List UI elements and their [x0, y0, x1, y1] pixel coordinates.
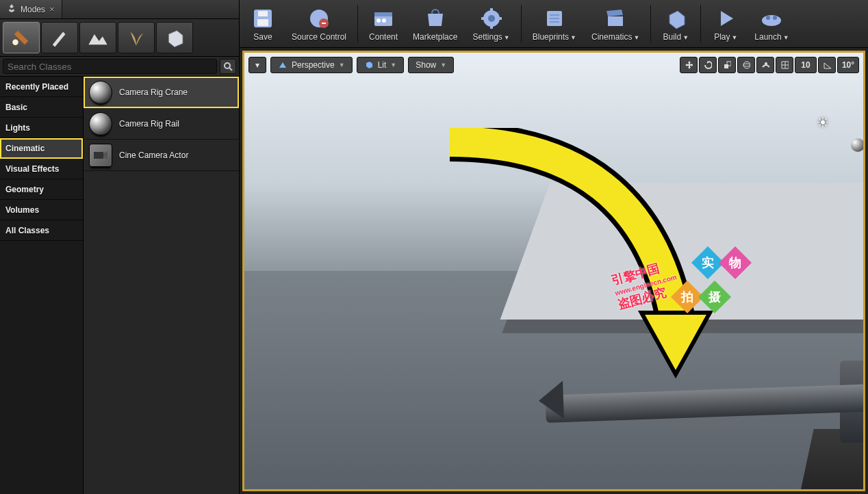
toolbar-settings[interactable]: Settings▼: [465, 1, 516, 47]
toolbar-label: Play: [714, 32, 730, 42]
geometry-mode-button[interactable]: [156, 22, 193, 53]
toolbar-content[interactable]: Content: [362, 1, 405, 47]
svg-point-32: [765, 62, 767, 65]
chevron-down-icon: ▼: [504, 34, 510, 41]
viewport-pill-label: Perspective: [292, 60, 335, 70]
category-recently-placed[interactable]: Recently Placed: [0, 77, 83, 97]
chevron-down-icon: ▼: [440, 62, 446, 68]
snap-value-label: 10: [801, 60, 810, 70]
transform-scale-button[interactable]: [718, 57, 736, 73]
toolbar-label: Blueprints: [533, 32, 569, 42]
toolbar-label: Cinematics: [591, 32, 632, 42]
surface-snap-button[interactable]: [756, 57, 774, 73]
category-visual-effects[interactable]: Visual Effects: [0, 159, 83, 179]
category-volumes[interactable]: Volumes: [0, 200, 83, 220]
modes-tab-icon: [7, 3, 16, 15]
toolbar-marketplace[interactable]: Marketplace: [406, 1, 464, 47]
toolbar-blueprints[interactable]: Blueprints▼: [526, 1, 583, 47]
asset-list: Camera Rig Crane Camera Rig Rail Cine Ca…: [84, 77, 239, 494]
build-icon: [663, 6, 688, 31]
main-toolbar: Save Source Control Content Marketplace …: [240, 0, 868, 48]
transform-move-button[interactable]: [680, 57, 698, 73]
toolbar-play[interactable]: Play▼: [705, 1, 746, 47]
move-icon: [685, 60, 693, 70]
scale-icon: [723, 60, 731, 70]
grid-icon: [780, 60, 789, 70]
asset-cine-camera-actor[interactable]: Cine Camera Actor: [84, 140, 239, 171]
chevron-down-icon: ▾: [255, 60, 259, 70]
blueprints-icon: [542, 6, 567, 31]
svg-point-12: [376, 18, 381, 23]
search-input[interactable]: [3, 59, 217, 74]
close-icon[interactable]: ×: [49, 4, 55, 14]
viewport-lit-button[interactable]: Lit▼: [357, 57, 405, 73]
sphere-thumb-icon: [89, 81, 112, 104]
toolbar-source-control[interactable]: Source Control: [285, 1, 353, 47]
chevron-down-icon: ▼: [339, 62, 345, 68]
toolbar-cinematics[interactable]: Cinematics▼: [585, 1, 646, 47]
asset-camera-rig-crane[interactable]: Camera Rig Crane: [84, 77, 239, 108]
svg-point-0: [12, 40, 18, 46]
toolbar-build[interactable]: Build▼: [655, 1, 696, 47]
viewport-scene: ☀ ●: [244, 53, 863, 489]
chevron-down-icon: ▼: [633, 34, 639, 41]
chevron-down-icon: ▼: [783, 34, 789, 41]
transform-rotate-button[interactable]: [699, 57, 717, 73]
angle-icon: [823, 60, 831, 70]
search-button[interactable]: [220, 59, 236, 74]
toolbar-label: Marketplace: [413, 32, 457, 42]
cinematics-icon: [603, 6, 628, 31]
modes-tab-label: Modes: [21, 5, 45, 14]
asset-label: Cine Camera Actor: [119, 151, 188, 160]
watermark-tiles: 实 物: [696, 251, 747, 274]
sphere-thumb-icon: [89, 112, 112, 135]
toolbar-launch[interactable]: Launch▼: [748, 1, 795, 47]
marketplace-icon: [423, 6, 448, 31]
category-cinematic[interactable]: Cinematic: [0, 138, 83, 159]
surface-snap-icon: [761, 60, 769, 70]
angle-snap-value[interactable]: 10°: [837, 57, 859, 73]
svg-point-1: [225, 63, 230, 68]
asset-camera-rig-rail[interactable]: Camera Rig Rail: [84, 108, 239, 140]
paint-mode-button[interactable]: [41, 22, 78, 53]
toolbar-label: Source Control: [292, 32, 346, 42]
category-label: Recently Placed: [5, 82, 68, 92]
grid-snap-value[interactable]: 10: [795, 57, 817, 73]
svg-rect-24: [608, 16, 623, 26]
viewport-perspective-button[interactable]: Perspective▼: [270, 57, 353, 73]
category-lights[interactable]: Lights: [0, 118, 83, 138]
category-label: Volumes: [5, 205, 39, 215]
category-geometry[interactable]: Geometry: [0, 179, 83, 200]
chevron-down-icon: ▼: [732, 34, 738, 41]
grid-snap-button[interactable]: [776, 57, 793, 73]
toolbar-save[interactable]: Save: [242, 1, 283, 47]
viewport-show-button[interactable]: Show▼: [408, 57, 454, 73]
mode-toolbar: [0, 19, 239, 57]
toolbar-label: Save: [253, 32, 272, 42]
svg-rect-28: [724, 64, 728, 68]
rotate-icon: [704, 60, 712, 70]
chevron-down-icon: ▼: [390, 62, 396, 68]
asset-label: Camera Rig Rail: [119, 119, 179, 129]
source-control-icon: [307, 6, 331, 31]
category-label: Cinematic: [5, 144, 44, 153]
place-mode-button[interactable]: [3, 22, 40, 53]
foliage-mode-button[interactable]: [118, 22, 155, 53]
search-row: [0, 57, 239, 77]
viewport[interactable]: ☀ ● 引擎中国 www.enginecn.com 盗图必究 实 物: [242, 51, 865, 491]
svg-point-30: [743, 62, 750, 68]
modes-tab[interactable]: Modes ×: [0, 0, 62, 18]
landscape-mode-button[interactable]: [79, 22, 116, 53]
viewport-pill-label: Show: [416, 60, 436, 70]
coordinate-space-button[interactable]: [737, 57, 755, 73]
svg-point-27: [773, 16, 777, 20]
category-all-classes[interactable]: All Classes: [0, 220, 83, 241]
perspective-icon: [278, 60, 288, 70]
snap-value-label: 10°: [842, 60, 854, 70]
angle-snap-button[interactable]: [818, 57, 836, 73]
category-basic[interactable]: Basic: [0, 97, 83, 118]
viewport-options-button[interactable]: ▾: [248, 57, 266, 73]
content-icon: [371, 6, 396, 31]
chevron-down-icon: ▼: [682, 34, 689, 41]
svg-line-2: [229, 68, 232, 70]
